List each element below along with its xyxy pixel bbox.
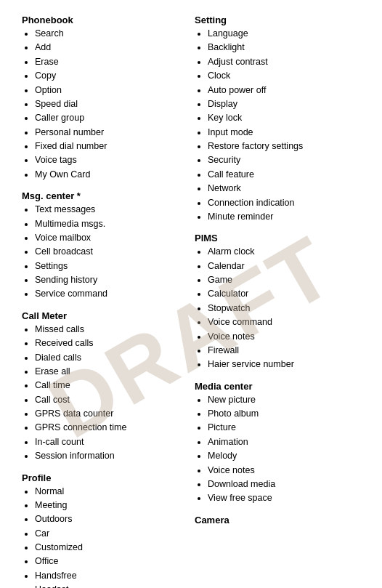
list-item: Normal — [35, 485, 187, 499]
list-item: GPRS data counter — [35, 407, 187, 421]
list-item: Calculator — [208, 287, 360, 301]
list-item: Voice notes — [208, 330, 360, 344]
list-item: In-call count — [35, 435, 187, 449]
section-list: SearchAddEraseCopyOptionSpeed dialCaller… — [22, 27, 187, 182]
list-item: Session information — [35, 449, 187, 463]
list-item: Voice tags — [35, 153, 187, 167]
list-item: Copy — [35, 69, 187, 83]
list-item: Text messages — [35, 203, 187, 217]
list-item: Personal number — [35, 126, 187, 140]
section-list: NormalMeetingOutdoorsCarCustomizedOffice… — [22, 485, 187, 589]
list-item: Melody — [208, 449, 360, 463]
list-item: Alarm clock — [208, 245, 360, 259]
section-list: Missed callsReceived callsDialed callsEr… — [22, 323, 187, 464]
main-content: PhonebookSearchAddEraseCopyOptionSpeed d… — [22, 15, 360, 588]
list-item: Caller group — [35, 111, 187, 125]
list-item: Display — [208, 97, 360, 111]
section-title: PIMS — [195, 233, 360, 243]
list-item: Calendar — [208, 259, 360, 273]
list-item: Clock — [208, 69, 360, 83]
list-item: Backlight — [208, 41, 360, 55]
list-item: Key lock — [208, 111, 360, 125]
list-item: Stopwatch — [208, 302, 360, 315]
section-msg--center--: Msg. center *Text messagesMultimedia msg… — [22, 190, 187, 302]
list-item: Erase — [35, 55, 187, 69]
list-item: Firewall — [208, 344, 360, 358]
list-item: GPRS connection time — [35, 421, 187, 435]
list-item: Multimedia msgs. — [35, 217, 187, 231]
list-item: New picture — [208, 393, 360, 407]
list-item: Car — [35, 527, 187, 541]
list-item: Haier service number — [208, 358, 360, 371]
right-column: SettingLanguageBacklightAdjust contrastC… — [195, 15, 360, 588]
list-item: View free space — [208, 491, 360, 505]
list-item: Call cost — [35, 393, 187, 407]
list-item: Office — [35, 555, 187, 568]
list-item: Game — [208, 273, 360, 287]
section-list: Alarm clockCalendarGameCalculatorStopwat… — [195, 245, 360, 371]
list-item: Settings — [35, 259, 187, 273]
list-item: Call feature — [208, 168, 360, 182]
list-item: Missed calls — [35, 323, 187, 337]
section-camera: Camera — [195, 515, 360, 525]
list-item: Customized — [35, 541, 187, 555]
section-phonebook: PhonebookSearchAddEraseCopyOptionSpeed d… — [22, 15, 187, 182]
list-item: Voice mailbox — [35, 231, 187, 245]
section-title: Setting — [195, 15, 360, 25]
list-item: Received calls — [35, 337, 187, 350]
list-item: Voice notes — [208, 464, 360, 478]
list-item: Headset — [35, 583, 187, 588]
section-call-meter: Call MeterMissed callsReceived callsDial… — [22, 310, 187, 464]
list-item: Call time — [35, 379, 187, 392]
list-item: My Own Card — [35, 168, 187, 182]
section-title: Phonebook — [22, 15, 187, 25]
section-title: Media center — [195, 381, 360, 392]
list-item: Search — [35, 27, 187, 41]
section-title: Camera — [195, 515, 360, 525]
list-item: Picture — [208, 421, 360, 435]
list-item: Service command — [35, 287, 187, 301]
section-title: Msg. center * — [22, 190, 187, 201]
list-item: Auto power off — [208, 84, 360, 97]
list-item: Option — [35, 84, 187, 97]
list-item: Animation — [208, 435, 360, 449]
list-item: Cell broadcast — [35, 245, 187, 259]
list-item: Sending history — [35, 273, 187, 287]
list-item: Outdoors — [35, 512, 187, 526]
section-media-center: Media centerNew picturePhoto albumPictur… — [195, 381, 360, 506]
section-pims: PIMSAlarm clockCalendarGameCalculatorSto… — [195, 233, 360, 371]
list-item: Minute reminder — [208, 210, 360, 224]
list-item: Restore factory settings — [208, 140, 360, 153]
list-item: Security — [208, 153, 360, 167]
section-title: Call Meter — [22, 310, 187, 321]
section-profile: ProfileNormalMeetingOutdoorsCarCustomize… — [22, 472, 187, 589]
section-title: Profile — [22, 472, 187, 483]
list-item: Voice command — [208, 315, 360, 329]
list-item: Add — [35, 41, 187, 55]
list-item: Meeting — [35, 499, 187, 512]
list-item: Handsfree — [35, 569, 187, 583]
list-item: Erase all — [35, 365, 187, 379]
left-column: PhonebookSearchAddEraseCopyOptionSpeed d… — [22, 15, 187, 588]
section-list: LanguageBacklightAdjust contrastClockAut… — [195, 27, 360, 224]
list-item: Photo album — [208, 407, 360, 421]
list-item: Dialed calls — [35, 351, 187, 365]
section-list: Text messagesMultimedia msgs.Voice mailb… — [22, 203, 187, 302]
list-item: Network — [208, 182, 360, 196]
list-item: Input mode — [208, 126, 360, 140]
list-item: Download media — [208, 478, 360, 491]
section-setting: SettingLanguageBacklightAdjust contrastC… — [195, 15, 360, 224]
section-list: New picturePhoto albumPictureAnimationMe… — [195, 393, 360, 506]
list-item: Adjust contrast — [208, 55, 360, 69]
list-item: Speed dial — [35, 97, 187, 111]
list-item: Language — [208, 27, 360, 41]
list-item: Connection indication — [208, 196, 360, 210]
list-item: Fixed dial number — [35, 140, 187, 153]
